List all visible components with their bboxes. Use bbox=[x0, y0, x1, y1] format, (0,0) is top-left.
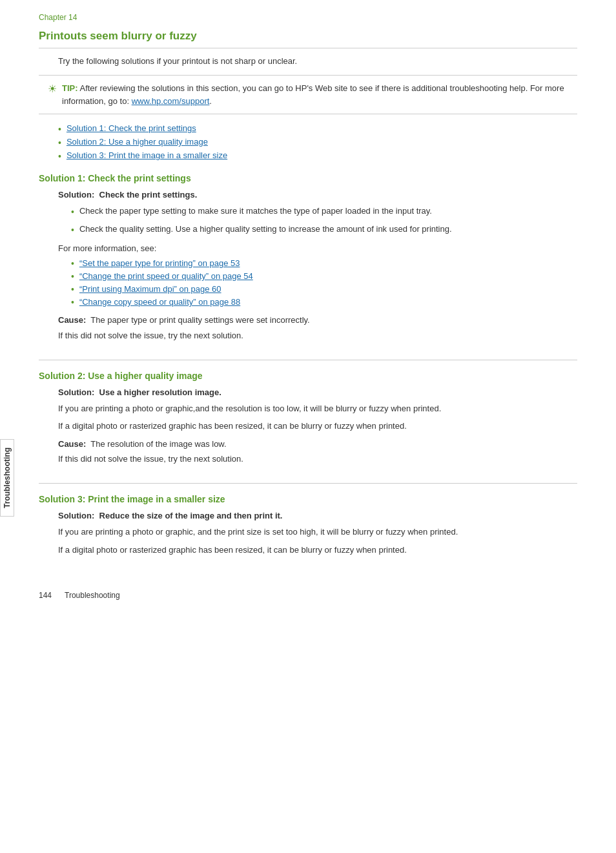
cause-2-label: Cause: bbox=[58, 439, 86, 449]
solution-1-next: If this did not solve the issue, try the… bbox=[58, 331, 577, 340]
bullet-1-2: Check the quality setting. Use a higher … bbox=[71, 223, 577, 237]
divider-2 bbox=[39, 483, 577, 484]
solution-2-title: Solution 2: Use a higher quality image bbox=[39, 371, 577, 381]
page-wrapper: Chapter 14 Printouts seem blurry or fuzz… bbox=[0, 0, 616, 613]
page-number: 144 bbox=[39, 591, 52, 600]
solution-2-text: Use a higher resolution image. bbox=[99, 387, 221, 397]
toc-item-2: Solution 2: Use a higher quality image bbox=[58, 137, 577, 148]
solution-3-label: Solution: Reduce the size of the image a… bbox=[58, 511, 577, 520]
side-tab-text: Troubleshooting bbox=[3, 447, 12, 508]
toc-link-2[interactable]: Solution 2: Use a higher quality image bbox=[67, 137, 208, 147]
solution-1-text: Check the print settings. bbox=[99, 190, 198, 200]
intro-text: Try the following solutions if your prin… bbox=[58, 56, 577, 66]
solution-2-label: Solution: Use a higher resolution image. bbox=[58, 387, 577, 397]
solution-1-section: Solution 1: Check the print settings Sol… bbox=[39, 173, 577, 353]
chapter-label: Chapter 14 bbox=[39, 13, 577, 22]
cause-2-text: The resolution of the image was low. bbox=[90, 439, 226, 449]
ref-link-1-3[interactable]: “Print using Maximum dpi” on page 60 bbox=[79, 284, 221, 294]
toc-list: Solution 1: Check the print settings Sol… bbox=[58, 123, 577, 161]
bullet-1-1-text: Check the paper type setting to make sur… bbox=[79, 205, 432, 218]
solution-2-cause: Cause: The resolution of the image was l… bbox=[58, 438, 577, 451]
toc-item-1: Solution 1: Check the print settings bbox=[58, 123, 577, 134]
tip-box: ☀ TIP: After reviewing the solutions in … bbox=[39, 75, 577, 114]
ref-link-1-2[interactable]: “Change the print speed or quality” on p… bbox=[79, 271, 253, 281]
solution-2-next: If this did not solve the issue, try the… bbox=[58, 454, 577, 464]
toc-link-3[interactable]: Solution 3: Print the image in a smaller… bbox=[67, 150, 227, 160]
solution-2-section: Solution 2: Use a higher quality image S… bbox=[39, 371, 577, 477]
ref-link-1-1[interactable]: “Set the paper type for printing” on pag… bbox=[79, 258, 240, 268]
cause-1-text: The paper type or print quality settings… bbox=[90, 315, 309, 325]
page-footer: 144 Troubleshooting bbox=[39, 591, 577, 600]
tip-content: TIP: After reviewing the solutions in th… bbox=[62, 82, 568, 107]
toc-item-3: Solution 3: Print the image in a smaller… bbox=[58, 150, 577, 161]
ref-link-1-4[interactable]: “Change copy speed or quality” on page 8… bbox=[79, 297, 240, 307]
ref-1-2: “Change the print speed or quality” on p… bbox=[71, 271, 577, 282]
solution-1-label-bold: Solution: bbox=[58, 190, 94, 200]
solution-2-body-1: If you are printing a photo or graphic,a… bbox=[58, 402, 577, 415]
bullet-1-1: Check the paper type setting to make sur… bbox=[71, 205, 577, 219]
ref-1-3: “Print using Maximum dpi” on page 60 bbox=[71, 284, 577, 294]
solution-3-body-2: If a digital photo or rasterized graphic… bbox=[58, 544, 577, 557]
solution-1-title: Solution 1: Check the print settings bbox=[39, 173, 577, 183]
divider-1 bbox=[39, 360, 577, 360]
tip-icon: ☀ bbox=[48, 83, 57, 95]
tip-label: TIP: bbox=[62, 83, 78, 93]
ref-1-1: “Set the paper type for printing” on pag… bbox=[71, 258, 577, 269]
toc-link-1[interactable]: Solution 1: Check the print settings bbox=[67, 123, 196, 133]
solution-1-label: Solution: Check the print settings. bbox=[58, 190, 577, 200]
solution-2-body-2: If a digital photo or rasterized graphic… bbox=[58, 420, 577, 433]
tip-link[interactable]: www.hp.com/support bbox=[132, 96, 210, 106]
solution-1-cause: Cause: The paper type or print quality s… bbox=[58, 314, 577, 327]
solution-3-text: Reduce the size of the image and then pr… bbox=[99, 511, 283, 520]
solution-1-bullets: Check the paper type setting to make sur… bbox=[71, 205, 577, 237]
for-more-text: For more information, see: bbox=[58, 243, 577, 253]
cause-1-label: Cause: bbox=[58, 315, 86, 325]
solution-3-section: Solution 3: Print the image in a smaller… bbox=[39, 494, 577, 568]
solution-1-refs: “Set the paper type for printing” on pag… bbox=[71, 258, 577, 307]
bullet-1-2-text: Check the quality setting. Use a higher … bbox=[79, 223, 452, 236]
solution-3-title: Solution 3: Print the image in a smaller… bbox=[39, 494, 577, 504]
ref-1-4: “Change copy speed or quality” on page 8… bbox=[71, 297, 577, 307]
side-tab: Troubleshooting bbox=[0, 439, 14, 517]
solution-3-label-bold: Solution: bbox=[58, 511, 94, 520]
solution-2-label-bold: Solution: bbox=[58, 387, 94, 397]
solution-3-body-1: If you are printing a photo or graphic, … bbox=[58, 526, 577, 539]
page-title: Printouts seem blurry or fuzzy bbox=[39, 30, 577, 48]
footer-chapter: Troubleshooting bbox=[65, 591, 120, 600]
